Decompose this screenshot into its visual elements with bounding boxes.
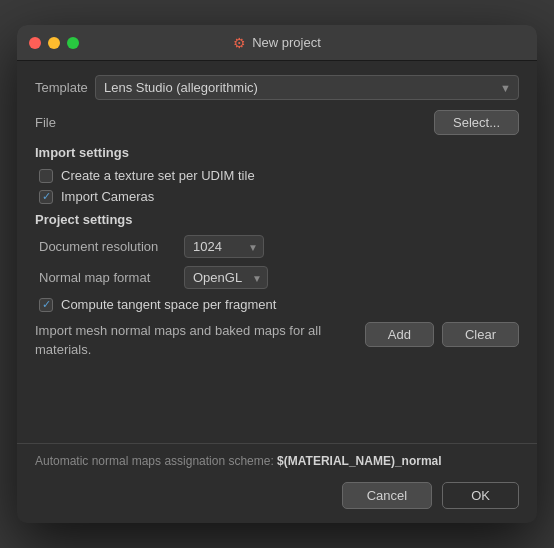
add-clear-buttons: Add Clear xyxy=(365,322,519,347)
normal-map-format-wrapper: OpenGL DirectX ▼ xyxy=(184,266,268,289)
scheme-value: $(MATERIAL_NAME)_normal xyxy=(277,454,441,468)
window: ⚙ New project Template Lens Studio (alle… xyxy=(17,25,537,522)
clear-button[interactable]: Clear xyxy=(442,322,519,347)
scheme-prefix: Automatic normal maps assignation scheme… xyxy=(35,454,277,468)
normal-map-format-select[interactable]: OpenGL DirectX xyxy=(184,266,268,289)
window-controls xyxy=(29,37,79,49)
template-select-wrapper: Lens Studio (allegorithmic) Default Cust… xyxy=(95,75,519,100)
title-bar: ⚙ New project xyxy=(17,25,537,61)
import-cameras-checkbox[interactable]: ✓ xyxy=(39,190,53,204)
window-title: New project xyxy=(252,35,321,50)
normal-map-format-label: Normal map format xyxy=(39,270,184,285)
template-label: Template xyxy=(35,80,95,95)
checkmark-icon: ✓ xyxy=(42,299,51,310)
project-settings-title: Project settings xyxy=(35,212,519,227)
add-clear-description: Import mesh normal maps and baked maps f… xyxy=(35,322,355,358)
scheme-text: Automatic normal maps assignation scheme… xyxy=(35,454,519,468)
document-resolution-wrapper: 512 1024 2048 4096 ▼ xyxy=(184,235,264,258)
checkmark-icon: ✓ xyxy=(42,191,51,202)
bottom-buttons: Cancel OK xyxy=(35,482,519,509)
udim-checkbox-row[interactable]: Create a texture set per UDIM tile xyxy=(35,168,519,183)
spacer xyxy=(35,359,519,429)
select-file-button[interactable]: Select... xyxy=(434,110,519,135)
compute-tangent-checkbox[interactable]: ✓ xyxy=(39,298,53,312)
document-resolution-label: Document resolution xyxy=(39,239,184,254)
main-content: Template Lens Studio (allegorithmic) Def… xyxy=(17,61,537,442)
import-settings-title: Import settings xyxy=(35,145,519,160)
minimize-button[interactable] xyxy=(48,37,60,49)
template-row: Template Lens Studio (allegorithmic) Def… xyxy=(35,75,519,100)
udim-label: Create a texture set per UDIM tile xyxy=(61,168,255,183)
add-button[interactable]: Add xyxy=(365,322,434,347)
close-button[interactable] xyxy=(29,37,41,49)
compute-tangent-label: Compute tangent space per fragment xyxy=(61,297,276,312)
compute-tangent-row[interactable]: ✓ Compute tangent space per fragment xyxy=(35,297,519,312)
udim-checkbox[interactable] xyxy=(39,169,53,183)
template-select[interactable]: Lens Studio (allegorithmic) Default Cust… xyxy=(95,75,519,100)
document-resolution-row: Document resolution 512 1024 2048 4096 ▼ xyxy=(35,235,519,258)
maximize-button[interactable] xyxy=(67,37,79,49)
normal-map-format-row: Normal map format OpenGL DirectX ▼ xyxy=(35,266,519,289)
file-label: File xyxy=(35,115,95,130)
add-clear-area: Import mesh normal maps and baked maps f… xyxy=(35,322,519,358)
import-cameras-label: Import Cameras xyxy=(61,189,154,204)
ok-button[interactable]: OK xyxy=(442,482,519,509)
import-cameras-checkbox-row[interactable]: ✓ Import Cameras xyxy=(35,189,519,204)
cancel-button[interactable]: Cancel xyxy=(342,482,432,509)
title-icon: ⚙ xyxy=(233,35,246,51)
file-row: File Select... xyxy=(35,110,519,135)
document-resolution-select[interactable]: 512 1024 2048 4096 xyxy=(184,235,264,258)
bottom-area: Automatic normal maps assignation scheme… xyxy=(17,443,537,523)
